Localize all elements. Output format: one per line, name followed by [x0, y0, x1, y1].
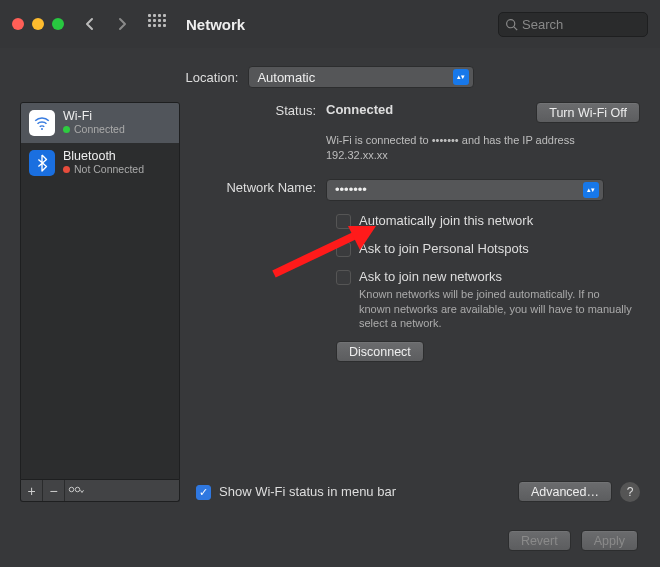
hotspots-label: Ask to join Personal Hotspots	[359, 241, 529, 256]
revert-button[interactable]: Revert	[508, 530, 571, 551]
status-dot-icon	[63, 166, 70, 173]
titlebar: Network Search	[0, 0, 660, 48]
remove-service-button[interactable]: −	[43, 480, 65, 501]
network-name-value: •••••••	[335, 182, 367, 197]
sidebar-item-label: Wi-Fi	[63, 110, 125, 124]
sidebar-item-status: Connected	[74, 124, 125, 136]
new-networks-sublabel: Known networks will be joined automatica…	[359, 287, 632, 332]
wifi-icon	[29, 110, 55, 136]
show-all-icon[interactable]	[148, 14, 168, 34]
hotspots-row: Ask to join Personal Hotspots	[196, 241, 640, 257]
detail-pane: Status: Connected Turn Wi-Fi Off Wi-Fi i…	[196, 102, 640, 502]
service-actions-button[interactable]	[65, 480, 87, 501]
forward-button[interactable]	[110, 12, 134, 36]
svg-point-4	[75, 487, 80, 492]
new-networks-label: Ask to join new networks	[359, 269, 502, 284]
sidebar-item-label: Bluetooth	[63, 150, 144, 164]
show-menu-label: Show Wi-Fi status in menu bar	[219, 484, 396, 499]
auto-join-row: Automatically join this network	[196, 213, 640, 229]
search-placeholder: Search	[522, 17, 563, 32]
advanced-button[interactable]: Advanced…	[518, 481, 612, 502]
location-value: Automatic	[257, 70, 315, 85]
hotspots-checkbox[interactable]	[336, 242, 351, 257]
status-dot-icon	[63, 126, 70, 133]
sidebar-item-status: Not Connected	[74, 164, 144, 176]
sidebar-footer: + −	[20, 480, 180, 502]
new-networks-row: Ask to join new networks Known networks …	[196, 269, 640, 332]
stepper-icon: ▴▾	[453, 69, 469, 85]
search-icon	[505, 18, 518, 31]
zoom-icon[interactable]	[52, 18, 64, 30]
auto-join-checkbox[interactable]	[336, 214, 351, 229]
status-value: Connected	[326, 102, 393, 117]
network-name-dropdown[interactable]: ••••••• ▴▾	[326, 179, 604, 201]
footer-buttons: Revert Apply	[508, 530, 638, 551]
svg-point-3	[69, 487, 74, 492]
window-controls	[12, 18, 64, 30]
window-title: Network	[186, 16, 245, 33]
service-list: Wi-Fi Connected Bluetooth Not Connected	[20, 102, 180, 480]
status-subtext: Wi-Fi is connected to ••••••• and has th…	[326, 133, 640, 163]
network-name-label: Network Name:	[196, 179, 326, 201]
svg-point-0	[507, 19, 515, 27]
back-button[interactable]	[78, 12, 102, 36]
stepper-icon: ▴▾	[583, 182, 599, 198]
close-icon[interactable]	[12, 18, 24, 30]
minimize-icon[interactable]	[32, 18, 44, 30]
show-menu-checkbox[interactable]: ✓	[196, 485, 211, 500]
sidebar-item-bluetooth[interactable]: Bluetooth Not Connected	[21, 143, 179, 183]
disconnect-button[interactable]: Disconnect	[336, 341, 424, 362]
bluetooth-icon	[29, 150, 55, 176]
location-label: Location:	[186, 70, 239, 85]
apply-button[interactable]: Apply	[581, 530, 638, 551]
add-service-button[interactable]: +	[21, 480, 43, 501]
location-row: Location: Automatic ▴▾	[0, 48, 660, 102]
auto-join-label: Automatically join this network	[359, 213, 533, 228]
help-button[interactable]: ?	[620, 482, 640, 502]
svg-point-2	[41, 128, 43, 130]
status-label: Status:	[196, 102, 326, 123]
new-networks-checkbox[interactable]	[336, 270, 351, 285]
wifi-toggle-button[interactable]: Turn Wi-Fi Off	[536, 102, 640, 123]
location-dropdown[interactable]: Automatic ▴▾	[248, 66, 474, 88]
search-input[interactable]: Search	[498, 12, 648, 37]
sidebar-item-wifi[interactable]: Wi-Fi Connected	[21, 103, 179, 143]
svg-line-1	[514, 26, 517, 29]
